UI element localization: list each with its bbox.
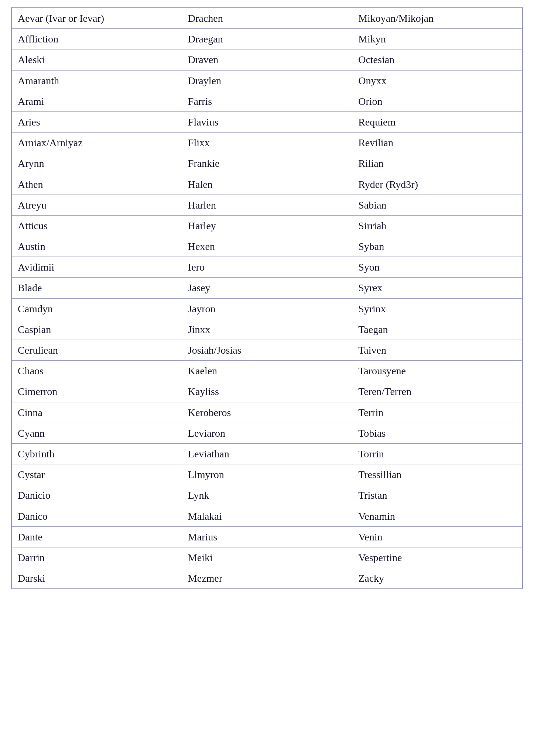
table-cell: Cinna	[11, 402, 182, 423]
table-row: DanicoMalakaiVenamin	[11, 506, 523, 526]
table-cell: Draven	[182, 49, 352, 70]
table-cell: Revilian	[352, 133, 523, 153]
table-cell: Lynk	[182, 485, 352, 506]
table-cell: Josiah/Josias	[182, 340, 352, 361]
table-cell: Jasey	[182, 278, 352, 298]
names-table: Aevar (Ivar or Ievar)DrachenMikoyan/Miko…	[11, 7, 523, 589]
table-row: AtticusHarleySirriah	[11, 215, 523, 236]
table-cell: Dante	[11, 526, 182, 547]
table-cell: Athen	[11, 174, 182, 195]
table-cell: Torrin	[352, 443, 523, 464]
table-cell: Rilian	[352, 153, 523, 174]
table-cell: Leviaron	[182, 423, 352, 443]
table-cell: Mezmer	[182, 568, 352, 589]
table-cell: Teren/Terren	[352, 381, 523, 402]
table-row: AmaranthDraylenOnyxx	[11, 70, 523, 91]
table-row: AfflictionDraeganMikyn	[11, 29, 523, 49]
table-cell: Aries	[11, 111, 182, 132]
table-cell: Atticus	[11, 215, 182, 236]
table-cell: Jinxx	[182, 319, 352, 340]
table-row: Arniax/ArniyazFlixxRevilian	[11, 133, 523, 153]
table-row: CerulieanJosiah/JosiasTaiven	[11, 340, 523, 361]
table-row: DarrinMeikiVespertine	[11, 547, 523, 568]
table-cell: Venamin	[352, 506, 523, 526]
table-cell: Sabian	[352, 195, 523, 215]
table-cell: Syon	[352, 257, 523, 278]
table-cell: Venin	[352, 526, 523, 547]
table-cell: Aleski	[11, 49, 182, 70]
table-cell: Hexen	[182, 236, 352, 257]
table-row: AriesFlaviusRequiem	[11, 111, 523, 132]
table-cell: Danico	[11, 506, 182, 526]
table-row: AthenHalenRyder (Ryd3r)	[11, 174, 523, 195]
table-cell: Zacky	[352, 568, 523, 589]
table-cell: Iero	[182, 257, 352, 278]
table-cell: Taiven	[352, 340, 523, 361]
table-cell: Terrin	[352, 402, 523, 423]
table-cell: Caspian	[11, 319, 182, 340]
table-row: CystarLlmyronTressillian	[11, 464, 523, 485]
table-row: CaspianJinxxTaegan	[11, 319, 523, 340]
table-cell: Orion	[352, 91, 523, 111]
table-cell: Syrex	[352, 278, 523, 298]
table-cell: Aevar (Ivar or Ievar)	[11, 8, 182, 29]
table-cell: Frankie	[182, 153, 352, 174]
table-row: AvidimiiIeroSyon	[11, 257, 523, 278]
table-cell: Darski	[11, 568, 182, 589]
main-container: Aevar (Ivar or Ievar)DrachenMikoyan/Miko…	[0, 0, 534, 756]
table-cell: Harley	[182, 215, 352, 236]
table-cell: Ryder (Ryd3r)	[352, 174, 523, 195]
table-cell: Taegan	[352, 319, 523, 340]
table-cell: Draegan	[182, 29, 352, 49]
table-cell: Cybrinth	[11, 443, 182, 464]
table-cell: Tressillian	[352, 464, 523, 485]
table-cell: Chaos	[11, 361, 182, 381]
table-row: BladeJaseySyrex	[11, 278, 523, 298]
table-cell: Flavius	[182, 111, 352, 132]
table-row: ArynnFrankieRilian	[11, 153, 523, 174]
table-cell: Syban	[352, 236, 523, 257]
table-row: CybrinthLeviathanTorrin	[11, 443, 523, 464]
table-cell: Tobias	[352, 423, 523, 443]
table-cell: Amaranth	[11, 70, 182, 91]
table-cell: Halen	[182, 174, 352, 195]
table-cell: Tristan	[352, 485, 523, 506]
table-cell: Leviathan	[182, 443, 352, 464]
table-cell: Mikyn	[352, 29, 523, 49]
table-cell: Requiem	[352, 111, 523, 132]
table-row: DanicioLynkTristan	[11, 485, 523, 506]
table-cell: Mikoyan/Mikojan	[352, 8, 523, 29]
table-row: AtreyuHarlenSabian	[11, 195, 523, 215]
table-cell: Arniax/Arniyaz	[11, 133, 182, 153]
table-cell: Octesian	[352, 49, 523, 70]
table-row: ChaosKaelenTarousyene	[11, 361, 523, 381]
table-row: CamdynJayronSyrinx	[11, 298, 523, 319]
table-cell: Meiki	[182, 547, 352, 568]
table-cell: Ceruliean	[11, 340, 182, 361]
table-cell: Affliction	[11, 29, 182, 49]
table-cell: Cimerron	[11, 381, 182, 402]
table-cell: Blade	[11, 278, 182, 298]
table-cell: Marius	[182, 526, 352, 547]
table-cell: Arami	[11, 91, 182, 111]
table-cell: Syrinx	[352, 298, 523, 319]
table-cell: Llmyron	[182, 464, 352, 485]
table-cell: Kaelen	[182, 361, 352, 381]
table-row: CyannLeviaronTobias	[11, 423, 523, 443]
table-cell: Tarousyene	[352, 361, 523, 381]
table-cell: Flixx	[182, 133, 352, 153]
table-row: DanteMariusVenin	[11, 526, 523, 547]
table-cell: Malakai	[182, 506, 352, 526]
table-cell: Darrin	[11, 547, 182, 568]
table-row: DarskiMezmerZacky	[11, 568, 523, 589]
table-cell: Vespertine	[352, 547, 523, 568]
table-cell: Jayron	[182, 298, 352, 319]
table-cell: Arynn	[11, 153, 182, 174]
table-cell: Danicio	[11, 485, 182, 506]
table-cell: Onyxx	[352, 70, 523, 91]
table-row: AramiFarrisOrion	[11, 91, 523, 111]
table-cell: Atreyu	[11, 195, 182, 215]
table-cell: Cyann	[11, 423, 182, 443]
table-row: AleskiDravenOctesian	[11, 49, 523, 70]
table-cell: Cystar	[11, 464, 182, 485]
